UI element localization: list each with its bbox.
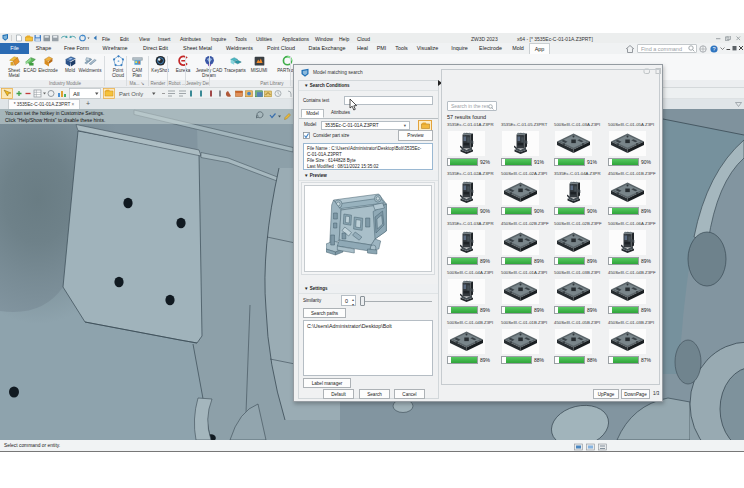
svg-text:All: All xyxy=(73,91,80,97)
svg-text:You can set the hotkey in Cust: You can set the hotkey in Customize Sett… xyxy=(5,111,104,116)
svg-text:?: ? xyxy=(712,46,715,52)
svg-text:Click "Help/Show Hints" to dis: Click "Help/Show Hints" to disable these… xyxy=(5,118,105,123)
svg-text:Part Only: Part Only xyxy=(119,91,143,97)
